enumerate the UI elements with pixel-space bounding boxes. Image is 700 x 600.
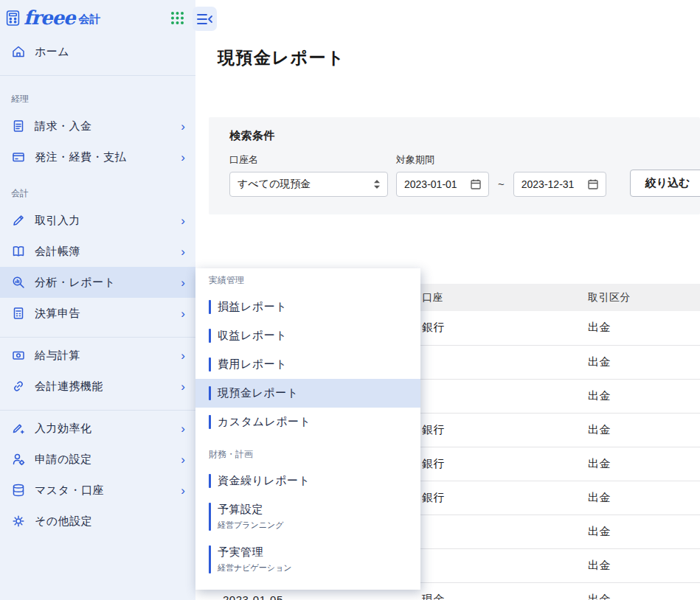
cell-type: 出金: [574, 481, 700, 514]
account-select-label: 口座名: [229, 153, 388, 167]
flyout-item-label: 収益レポート: [218, 329, 287, 343]
filter-button[interactable]: 絞り込む: [630, 170, 700, 197]
sidebar-item-label: その他設定: [35, 514, 187, 529]
flyout-item-custom-report[interactable]: カスタムレポート: [195, 408, 420, 436]
period-label: 対象期間: [396, 153, 489, 167]
flyout-item-budget-vs-actual[interactable]: 予実管理 経営ナビゲーション: [195, 538, 420, 581]
cell-type: 出金: [574, 345, 700, 379]
sidebar-item-input-efficiency[interactable]: 入力効率化 ›: [0, 413, 195, 444]
sidebar-item-transaction-entry[interactable]: 取引入力 ›: [0, 205, 195, 236]
account-select-value: すべての現預金: [238, 178, 373, 191]
sidebar-item-other-settings[interactable]: その他設定: [0, 506, 195, 537]
flyout-item-cashflow-report[interactable]: 資金繰りレポート: [195, 467, 420, 495]
pencil-plus-icon: [11, 421, 26, 436]
chevron-right-icon: ›: [181, 380, 187, 393]
date-range-separator: ~: [498, 178, 505, 190]
flyout-item-label: 費用レポート: [218, 357, 287, 371]
freee-logo: freee: [24, 8, 75, 27]
link-icon: [11, 379, 26, 394]
date-to-value: 2023-12-31: [521, 178, 587, 190]
flyout-item-label: 現預金レポート: [218, 386, 299, 400]
sidebar-item-label: 入力効率化: [35, 422, 172, 436]
sidebar-item-home[interactable]: ホーム: [0, 36, 195, 67]
cell-type: 出金: [574, 447, 700, 481]
sidebar-item-label: ホーム: [35, 45, 187, 59]
cell-account: [408, 514, 574, 548]
sidebar-item-payroll[interactable]: 給与計算 ›: [0, 340, 195, 371]
item-accent-bar: [209, 415, 211, 429]
brand-row: freee 会計: [0, 0, 195, 32]
sidebar-divider: [0, 410, 195, 411]
sidebar-item-label: 決算申告: [35, 307, 172, 321]
cell-account: 銀行: [408, 311, 574, 345]
sidebar-item-orders-expenses[interactable]: 発注・経費・支払 ›: [0, 142, 195, 172]
sidebar-item-label: 給与計算: [35, 349, 172, 363]
sidebar: freee 会計 ホーム 経理 請求・入金 › 発注・経費・支払 › 会計 取引…: [0, 0, 195, 600]
item-accent-bar: [209, 329, 211, 343]
sidebar-item-ledgers[interactable]: 会計帳簿 ›: [0, 236, 195, 267]
pencil-icon: [11, 213, 26, 228]
flyout-section-finance-planning: 財務・計画: [195, 436, 420, 467]
cell-account: 銀行: [408, 481, 574, 514]
sidebar-item-analysis-reports[interactable]: 分析・レポート ›: [0, 267, 195, 298]
cell-account: 銀行: [408, 413, 574, 447]
date-from-input[interactable]: 2023-01-01: [396, 172, 489, 197]
banknote-icon: [11, 348, 26, 363]
flyout-item-revenue-report[interactable]: 収益レポート: [195, 321, 420, 350]
chevron-right-icon: ›: [181, 151, 187, 164]
sidebar-divider: [0, 337, 195, 338]
period-filter-group: 対象期間 2023-01-01: [396, 153, 489, 197]
sidebar-item-billing[interactable]: 請求・入金 ›: [0, 111, 195, 142]
cell-account: [408, 345, 574, 379]
date-from-value: 2023-01-01: [404, 178, 470, 190]
chevron-right-icon: ›: [181, 214, 187, 227]
sidebar-item-label: 申請の設定: [35, 453, 172, 467]
cell-type: 出金: [574, 514, 700, 548]
sidebar-item-label: 会計帳簿: [35, 245, 172, 259]
calculator-logo-icon: [6, 10, 20, 26]
flyout-item-label: カスタムレポート: [218, 415, 311, 429]
sidebar-divider: [0, 75, 195, 76]
sidebar-item-application-settings[interactable]: 申請の設定 ›: [0, 444, 195, 475]
product-label: 会計: [79, 13, 101, 27]
sidebar-item-label: 会計連携機能: [35, 380, 172, 394]
apps-grid-icon[interactable]: [170, 10, 185, 26]
flyout-item-sublabel: 経営ナビゲーション: [218, 562, 292, 573]
page-title: 現預金レポート: [218, 46, 700, 69]
flyout-item-sublabel: 経営プランニング: [218, 520, 284, 531]
sidebar-item-tax-filing[interactable]: 決算申告 ›: [0, 298, 195, 329]
chevron-right-icon: ›: [181, 422, 187, 435]
home-icon: [11, 44, 26, 59]
chevron-right-icon: ›: [181, 453, 187, 466]
collapse-sidebar-icon: [197, 13, 213, 26]
search-conditions-panel: 検索条件 口座名 すべての現預金 対象期間 2023-01-01 ~ 2023-…: [209, 117, 700, 214]
chevron-right-icon: ›: [181, 276, 187, 289]
cell-type: 出金: [574, 413, 700, 447]
search-conditions-heading: 検索条件: [229, 129, 679, 143]
user-gear-icon: [11, 452, 26, 467]
sidebar-item-label: 分析・レポート: [35, 276, 172, 290]
date-to-input[interactable]: 2023-12-31: [513, 172, 606, 197]
flyout-item-profit-loss-report[interactable]: 損益レポート: [195, 293, 420, 321]
account-select[interactable]: すべての現預金: [229, 172, 388, 197]
cell-type: 出金: [574, 379, 700, 413]
cell-account: [408, 379, 574, 413]
flyout-item-expense-report[interactable]: 費用レポート: [195, 350, 420, 379]
item-accent-bar: [209, 545, 211, 573]
sidebar-item-master-accounts[interactable]: マスタ・口座 ›: [0, 475, 195, 506]
sidebar-item-integrations[interactable]: 会計連携機能 ›: [0, 371, 195, 402]
item-accent-bar: [209, 503, 211, 531]
cell-account: [408, 548, 574, 582]
flyout-item-label: 予算設定: [218, 503, 284, 517]
cell-account: 現金: [408, 582, 574, 600]
cell-account: 銀行: [408, 447, 574, 481]
item-accent-bar: [209, 386, 211, 400]
book-icon: [11, 244, 26, 259]
flyout-item-budget-settings[interactable]: 予算設定 経営プランニング: [195, 495, 420, 538]
sidebar-item-label: マスタ・口座: [35, 484, 172, 498]
item-accent-bar: [209, 474, 211, 488]
sidebar-item-label: 請求・入金: [35, 119, 172, 133]
flyout-item-cash-report[interactable]: 現預金レポート: [195, 379, 420, 408]
select-updown-icon: [373, 179, 381, 189]
collapse-sidebar-button[interactable]: [193, 7, 217, 31]
